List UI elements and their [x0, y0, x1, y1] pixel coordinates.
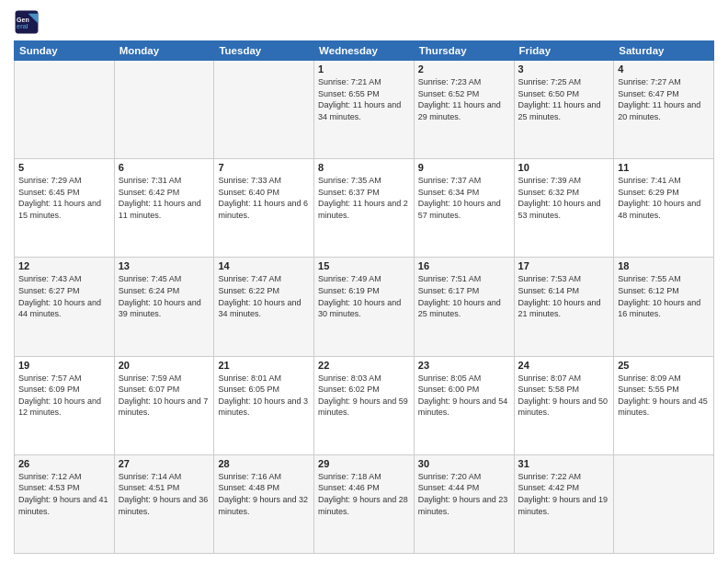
week-row-2: 5Sunrise: 7:29 AM Sunset: 6:45 PM Daylig…: [15, 159, 714, 258]
cell-date: 24: [518, 360, 610, 371]
cell-info: Sunrise: 7:43 AM Sunset: 6:27 PM Dayligh…: [18, 273, 110, 319]
header-row: SundayMondayTuesdayWednesdayThursdayFrid…: [15, 41, 714, 61]
cell-info: Sunrise: 7:45 AM Sunset: 6:24 PM Dayligh…: [119, 273, 210, 319]
cell-info: Sunrise: 7:59 AM Sunset: 6:07 PM Dayligh…: [119, 373, 210, 419]
calendar-cell: 6Sunrise: 7:31 AM Sunset: 6:42 PM Daylig…: [114, 159, 214, 258]
col-header-sunday: Sunday: [15, 41, 115, 61]
calendar-cell: 19Sunrise: 7:57 AM Sunset: 6:09 PM Dayli…: [15, 356, 115, 454]
cell-date: 6: [119, 162, 210, 173]
cell-info: Sunrise: 7:25 AM Sunset: 6:50 PM Dayligh…: [518, 76, 610, 122]
calendar-cell: 10Sunrise: 7:39 AM Sunset: 6:32 PM Dayli…: [514, 159, 614, 258]
col-header-tuesday: Tuesday: [214, 41, 314, 61]
cell-date: 17: [518, 260, 610, 271]
cell-info: Sunrise: 8:07 AM Sunset: 5:58 PM Dayligh…: [518, 373, 610, 419]
col-header-friday: Friday: [514, 41, 614, 61]
calendar-cell: [214, 61, 314, 159]
week-row-5: 26Sunrise: 7:12 AM Sunset: 4:53 PM Dayli…: [15, 454, 714, 553]
calendar-cell: 22Sunrise: 8:03 AM Sunset: 6:02 PM Dayli…: [314, 356, 415, 454]
cell-date: 14: [218, 260, 310, 271]
cell-info: Sunrise: 7:18 AM Sunset: 4:46 PM Dayligh…: [318, 471, 410, 517]
cell-info: Sunrise: 7:29 AM Sunset: 6:45 PM Dayligh…: [18, 175, 110, 221]
cell-date: 29: [318, 458, 410, 469]
cell-info: Sunrise: 7:41 AM Sunset: 6:29 PM Dayligh…: [618, 175, 710, 221]
cell-info: Sunrise: 7:37 AM Sunset: 6:34 PM Dayligh…: [418, 175, 510, 221]
calendar-cell: [614, 454, 714, 553]
cell-date: 27: [119, 458, 210, 469]
calendar-cell: 23Sunrise: 8:05 AM Sunset: 6:00 PM Dayli…: [414, 356, 514, 454]
cell-date: 26: [18, 458, 110, 469]
calendar-cell: 14Sunrise: 7:47 AM Sunset: 6:22 PM Dayli…: [214, 258, 314, 356]
cell-date: 25: [618, 360, 710, 371]
calendar-cell: 30Sunrise: 7:20 AM Sunset: 4:44 PM Dayli…: [414, 454, 514, 553]
header: Gen eral: [14, 9, 714, 35]
col-header-saturday: Saturday: [614, 41, 714, 61]
cell-info: Sunrise: 7:14 AM Sunset: 4:51 PM Dayligh…: [119, 471, 210, 517]
cell-date: 13: [119, 260, 210, 271]
calendar-cell: 27Sunrise: 7:14 AM Sunset: 4:51 PM Dayli…: [114, 454, 214, 553]
calendar-cell: 1Sunrise: 7:21 AM Sunset: 6:55 PM Daylig…: [314, 61, 415, 159]
col-header-wednesday: Wednesday: [314, 41, 415, 61]
cell-info: Sunrise: 8:03 AM Sunset: 6:02 PM Dayligh…: [318, 373, 410, 419]
calendar-cell: 12Sunrise: 7:43 AM Sunset: 6:27 PM Dayli…: [15, 258, 115, 356]
cell-info: Sunrise: 7:51 AM Sunset: 6:17 PM Dayligh…: [418, 273, 510, 319]
cell-date: 8: [318, 162, 410, 173]
cell-date: 19: [18, 360, 110, 371]
cell-info: Sunrise: 8:05 AM Sunset: 6:00 PM Dayligh…: [418, 373, 510, 419]
cell-date: 2: [418, 63, 510, 75]
calendar-cell: 18Sunrise: 7:55 AM Sunset: 6:12 PM Dayli…: [614, 258, 714, 356]
calendar-cell: 31Sunrise: 7:22 AM Sunset: 4:42 PM Dayli…: [514, 454, 614, 553]
cell-info: Sunrise: 7:33 AM Sunset: 6:40 PM Dayligh…: [218, 175, 310, 221]
calendar-cell: 28Sunrise: 7:16 AM Sunset: 4:48 PM Dayli…: [214, 454, 314, 553]
cell-info: Sunrise: 7:47 AM Sunset: 6:22 PM Dayligh…: [218, 273, 310, 319]
cell-info: Sunrise: 7:35 AM Sunset: 6:37 PM Dayligh…: [318, 175, 410, 221]
week-row-1: 1Sunrise: 7:21 AM Sunset: 6:55 PM Daylig…: [15, 61, 714, 159]
cell-date: 1: [318, 63, 410, 75]
cell-date: 4: [618, 63, 710, 75]
calendar-cell: 20Sunrise: 7:59 AM Sunset: 6:07 PM Dayli…: [114, 356, 214, 454]
svg-text:Gen: Gen: [17, 17, 29, 23]
cell-info: Sunrise: 8:01 AM Sunset: 6:05 PM Dayligh…: [218, 373, 310, 419]
cell-info: Sunrise: 7:31 AM Sunset: 6:42 PM Dayligh…: [119, 175, 210, 221]
calendar-cell: 25Sunrise: 8:09 AM Sunset: 5:55 PM Dayli…: [614, 356, 714, 454]
calendar-cell: 13Sunrise: 7:45 AM Sunset: 6:24 PM Dayli…: [114, 258, 214, 356]
calendar-cell: 26Sunrise: 7:12 AM Sunset: 4:53 PM Dayli…: [15, 454, 115, 553]
cell-date: 31: [518, 458, 610, 469]
calendar-cell: 29Sunrise: 7:18 AM Sunset: 4:46 PM Dayli…: [314, 454, 415, 553]
col-header-monday: Monday: [114, 41, 214, 61]
cell-date: 16: [418, 260, 510, 271]
cell-date: 3: [518, 63, 610, 75]
page: Gen eral SundayMondayTuesdayWednesdayThu…: [0, 0, 728, 563]
calendar-cell: 4Sunrise: 7:27 AM Sunset: 6:47 PM Daylig…: [614, 61, 714, 159]
calendar-cell: 8Sunrise: 7:35 AM Sunset: 6:37 PM Daylig…: [314, 159, 415, 258]
calendar-cell: 16Sunrise: 7:51 AM Sunset: 6:17 PM Dayli…: [414, 258, 514, 356]
calendar-cell: 11Sunrise: 7:41 AM Sunset: 6:29 PM Dayli…: [614, 159, 714, 258]
calendar-cell: 3Sunrise: 7:25 AM Sunset: 6:50 PM Daylig…: [514, 61, 614, 159]
logo: Gen eral: [14, 9, 43, 35]
cell-date: 9: [418, 162, 510, 173]
cell-date: 22: [318, 360, 410, 371]
cell-date: 20: [119, 360, 210, 371]
cell-info: Sunrise: 7:53 AM Sunset: 6:14 PM Dayligh…: [518, 273, 610, 319]
cell-date: 18: [618, 260, 710, 271]
cell-date: 21: [218, 360, 310, 371]
calendar-cell: 21Sunrise: 8:01 AM Sunset: 6:05 PM Dayli…: [214, 356, 314, 454]
calendar-cell: 5Sunrise: 7:29 AM Sunset: 6:45 PM Daylig…: [15, 159, 115, 258]
svg-text:eral: eral: [17, 23, 28, 29]
cell-info: Sunrise: 7:20 AM Sunset: 4:44 PM Dayligh…: [418, 471, 510, 517]
cell-date: 7: [218, 162, 310, 173]
col-header-thursday: Thursday: [414, 41, 514, 61]
calendar-cell: [15, 61, 115, 159]
cell-info: Sunrise: 7:55 AM Sunset: 6:12 PM Dayligh…: [618, 273, 710, 319]
cell-info: Sunrise: 7:57 AM Sunset: 6:09 PM Dayligh…: [18, 373, 110, 419]
cell-date: 15: [318, 260, 410, 271]
cell-date: 10: [518, 162, 610, 173]
cell-info: Sunrise: 7:27 AM Sunset: 6:47 PM Dayligh…: [618, 76, 710, 122]
calendar-cell: 7Sunrise: 7:33 AM Sunset: 6:40 PM Daylig…: [214, 159, 314, 258]
cell-info: Sunrise: 7:16 AM Sunset: 4:48 PM Dayligh…: [218, 471, 310, 517]
cell-date: 11: [618, 162, 710, 173]
week-row-4: 19Sunrise: 7:57 AM Sunset: 6:09 PM Dayli…: [15, 356, 714, 454]
calendar-cell: 2Sunrise: 7:23 AM Sunset: 6:52 PM Daylig…: [414, 61, 514, 159]
cell-date: 5: [18, 162, 110, 173]
calendar-cell: [114, 61, 214, 159]
calendar-cell: 9Sunrise: 7:37 AM Sunset: 6:34 PM Daylig…: [414, 159, 514, 258]
